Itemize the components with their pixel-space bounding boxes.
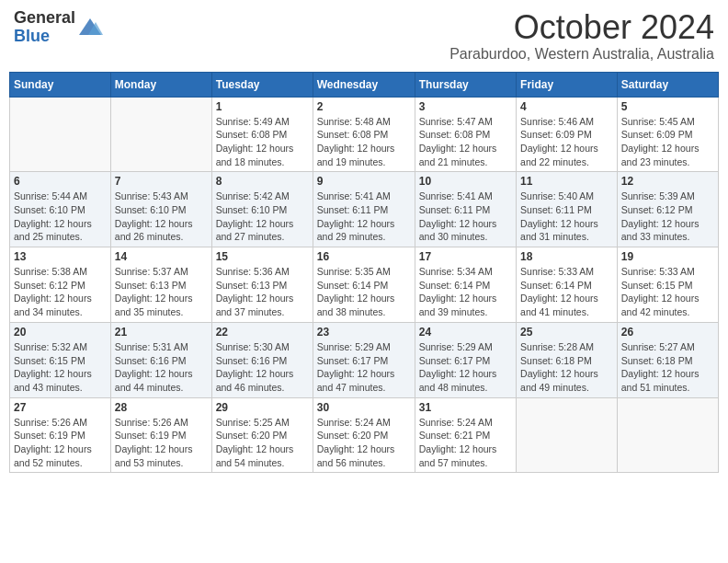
calendar-cell: 15Sunrise: 5:36 AM Sunset: 6:13 PM Dayli… xyxy=(211,247,313,323)
day-info: Sunrise: 5:26 AM Sunset: 6:19 PM Dayligh… xyxy=(115,416,208,470)
subtitle: Paraburdoo, Western Australia, Australia xyxy=(449,46,714,63)
header-sunday: Sunday xyxy=(10,72,111,97)
day-info: Sunrise: 5:28 AM Sunset: 6:18 PM Dayligh… xyxy=(520,340,613,395)
calendar-week-5: 27Sunrise: 5:26 AM Sunset: 6:19 PM Dayli… xyxy=(10,397,719,473)
calendar-cell xyxy=(617,397,718,473)
calendar-cell: 12Sunrise: 5:39 AM Sunset: 6:12 PM Dayli… xyxy=(617,172,718,247)
day-info: Sunrise: 5:24 AM Sunset: 6:20 PM Dayligh… xyxy=(317,416,411,470)
month-title: October 2024 xyxy=(449,9,714,46)
day-info: Sunrise: 5:42 AM Sunset: 6:10 PM Dayligh… xyxy=(216,190,309,244)
calendar-cell xyxy=(517,397,618,473)
header-thursday: Thursday xyxy=(415,72,516,97)
day-number: 26 xyxy=(621,326,714,339)
logo-general: General xyxy=(14,8,75,27)
calendar-cell: 11Sunrise: 5:40 AM Sunset: 6:11 PM Dayli… xyxy=(517,172,618,247)
day-info: Sunrise: 5:27 AM Sunset: 6:18 PM Dayligh… xyxy=(621,340,714,395)
day-info: Sunrise: 5:40 AM Sunset: 6:11 PM Dayligh… xyxy=(520,190,613,244)
calendar-cell: 13Sunrise: 5:38 AM Sunset: 6:12 PM Dayli… xyxy=(10,247,111,323)
calendar-header-row: SundayMondayTuesdayWednesdayThursdayFrid… xyxy=(10,72,719,97)
day-number: 13 xyxy=(14,250,107,263)
calendar-week-4: 20Sunrise: 5:32 AM Sunset: 6:15 PM Dayli… xyxy=(10,322,719,397)
calendar-cell: 18Sunrise: 5:33 AM Sunset: 6:14 PM Dayli… xyxy=(517,247,618,323)
calendar-table: SundayMondayTuesdayWednesdayThursdayFrid… xyxy=(9,72,719,474)
day-number: 17 xyxy=(419,250,512,263)
calendar-cell: 5Sunrise: 5:45 AM Sunset: 6:09 PM Daylig… xyxy=(617,97,718,172)
day-number: 14 xyxy=(115,250,208,263)
day-info: Sunrise: 5:33 AM Sunset: 6:15 PM Dayligh… xyxy=(621,265,714,319)
day-number: 7 xyxy=(115,175,208,188)
day-info: Sunrise: 5:33 AM Sunset: 6:14 PM Dayligh… xyxy=(520,265,613,319)
calendar-cell xyxy=(10,97,111,172)
calendar-cell: 8Sunrise: 5:42 AM Sunset: 6:10 PM Daylig… xyxy=(211,172,313,247)
calendar-cell: 30Sunrise: 5:24 AM Sunset: 6:20 PM Dayli… xyxy=(313,397,415,473)
calendar-week-3: 13Sunrise: 5:38 AM Sunset: 6:12 PM Dayli… xyxy=(10,247,719,323)
day-number: 15 xyxy=(216,250,309,263)
calendar-cell: 16Sunrise: 5:35 AM Sunset: 6:14 PM Dayli… xyxy=(313,247,415,323)
day-number: 8 xyxy=(216,175,309,188)
header-friday: Friday xyxy=(517,72,618,97)
calendar-cell: 2Sunrise: 5:48 AM Sunset: 6:08 PM Daylig… xyxy=(313,97,415,172)
day-info: Sunrise: 5:38 AM Sunset: 6:12 PM Dayligh… xyxy=(14,265,107,319)
calendar-cell: 22Sunrise: 5:30 AM Sunset: 6:16 PM Dayli… xyxy=(211,322,313,397)
day-number: 31 xyxy=(419,401,512,414)
logo-icon xyxy=(77,15,103,40)
header-wednesday: Wednesday xyxy=(313,72,415,97)
day-info: Sunrise: 5:47 AM Sunset: 6:08 PM Dayligh… xyxy=(419,115,512,169)
calendar-week-2: 6Sunrise: 5:44 AM Sunset: 6:10 PM Daylig… xyxy=(10,172,719,247)
calendar-cell: 27Sunrise: 5:26 AM Sunset: 6:19 PM Dayli… xyxy=(10,397,111,473)
day-number: 30 xyxy=(317,401,411,414)
header-saturday: Saturday xyxy=(617,72,718,97)
calendar-cell: 7Sunrise: 5:43 AM Sunset: 6:10 PM Daylig… xyxy=(110,172,211,247)
day-number: 19 xyxy=(621,250,714,263)
day-info: Sunrise: 5:43 AM Sunset: 6:10 PM Dayligh… xyxy=(115,190,208,244)
day-info: Sunrise: 5:24 AM Sunset: 6:21 PM Dayligh… xyxy=(419,416,512,470)
day-info: Sunrise: 5:36 AM Sunset: 6:13 PM Dayligh… xyxy=(216,265,309,319)
calendar-cell: 29Sunrise: 5:25 AM Sunset: 6:20 PM Dayli… xyxy=(211,397,313,473)
header-tuesday: Tuesday xyxy=(211,72,313,97)
calendar-week-1: 1Sunrise: 5:49 AM Sunset: 6:08 PM Daylig… xyxy=(10,97,719,172)
day-number: 2 xyxy=(317,100,411,113)
day-number: 24 xyxy=(419,326,512,339)
day-number: 10 xyxy=(419,175,512,188)
calendar-cell: 25Sunrise: 5:28 AM Sunset: 6:18 PM Dayli… xyxy=(517,322,618,397)
day-info: Sunrise: 5:29 AM Sunset: 6:17 PM Dayligh… xyxy=(419,340,512,395)
day-info: Sunrise: 5:48 AM Sunset: 6:08 PM Dayligh… xyxy=(317,115,411,169)
day-number: 29 xyxy=(216,401,309,414)
day-number: 23 xyxy=(317,326,411,339)
day-number: 4 xyxy=(520,100,613,113)
logo: General Blue xyxy=(14,9,103,46)
day-info: Sunrise: 5:29 AM Sunset: 6:17 PM Dayligh… xyxy=(317,340,411,395)
day-info: Sunrise: 5:32 AM Sunset: 6:15 PM Dayligh… xyxy=(14,340,107,395)
calendar-cell: 20Sunrise: 5:32 AM Sunset: 6:15 PM Dayli… xyxy=(10,322,111,397)
day-info: Sunrise: 5:35 AM Sunset: 6:14 PM Dayligh… xyxy=(317,265,411,319)
calendar-cell: 28Sunrise: 5:26 AM Sunset: 6:19 PM Dayli… xyxy=(110,397,211,473)
calendar-cell: 26Sunrise: 5:27 AM Sunset: 6:18 PM Dayli… xyxy=(617,322,718,397)
logo-blue: Blue xyxy=(14,27,50,45)
day-number: 21 xyxy=(115,326,208,339)
calendar-cell: 23Sunrise: 5:29 AM Sunset: 6:17 PM Dayli… xyxy=(313,322,415,397)
day-number: 6 xyxy=(14,175,107,188)
day-info: Sunrise: 5:49 AM Sunset: 6:08 PM Dayligh… xyxy=(216,115,309,169)
day-number: 9 xyxy=(317,175,411,188)
day-number: 22 xyxy=(216,326,309,339)
calendar-cell: 3Sunrise: 5:47 AM Sunset: 6:08 PM Daylig… xyxy=(415,97,516,172)
day-info: Sunrise: 5:45 AM Sunset: 6:09 PM Dayligh… xyxy=(621,115,714,169)
calendar-cell: 6Sunrise: 5:44 AM Sunset: 6:10 PM Daylig… xyxy=(10,172,111,247)
day-number: 27 xyxy=(14,401,107,414)
day-number: 12 xyxy=(621,175,714,188)
title-block: October 2024 Paraburdoo, Western Austral… xyxy=(449,9,714,63)
day-info: Sunrise: 5:34 AM Sunset: 6:14 PM Dayligh… xyxy=(419,265,512,319)
calendar-cell xyxy=(110,97,211,172)
day-number: 1 xyxy=(216,100,309,113)
day-number: 11 xyxy=(520,175,613,188)
day-info: Sunrise: 5:26 AM Sunset: 6:19 PM Dayligh… xyxy=(14,416,107,470)
calendar-cell: 9Sunrise: 5:41 AM Sunset: 6:11 PM Daylig… xyxy=(313,172,415,247)
page-header: General Blue October 2024 Paraburdoo, We… xyxy=(9,9,719,63)
calendar-cell: 24Sunrise: 5:29 AM Sunset: 6:17 PM Dayli… xyxy=(415,322,516,397)
calendar-cell: 1Sunrise: 5:49 AM Sunset: 6:08 PM Daylig… xyxy=(211,97,313,172)
calendar-cell: 10Sunrise: 5:41 AM Sunset: 6:11 PM Dayli… xyxy=(415,172,516,247)
calendar-cell: 21Sunrise: 5:31 AM Sunset: 6:16 PM Dayli… xyxy=(110,322,211,397)
calendar-cell: 19Sunrise: 5:33 AM Sunset: 6:15 PM Dayli… xyxy=(617,247,718,323)
day-info: Sunrise: 5:44 AM Sunset: 6:10 PM Dayligh… xyxy=(14,190,107,244)
calendar-cell: 4Sunrise: 5:46 AM Sunset: 6:09 PM Daylig… xyxy=(517,97,618,172)
